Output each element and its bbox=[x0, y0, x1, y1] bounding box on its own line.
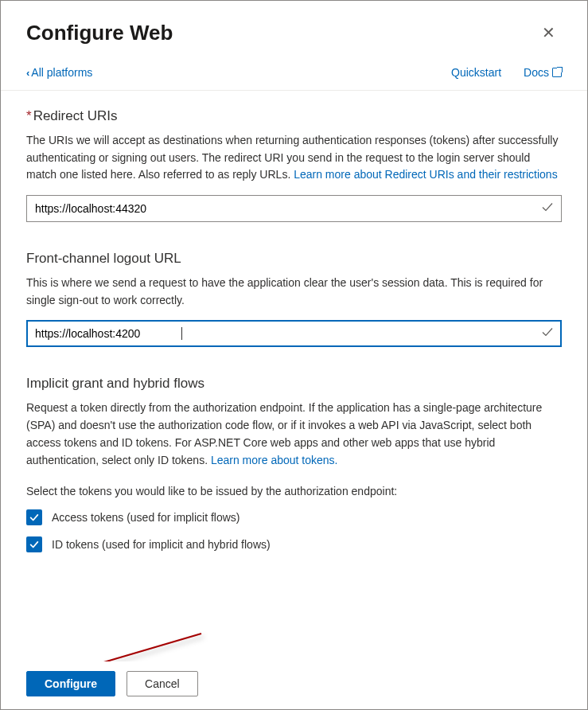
checkbox-checked-icon bbox=[26, 536, 42, 552]
back-link-label: All platforms bbox=[31, 66, 92, 79]
token-select-prompt: Select the tokens you would like to be i… bbox=[26, 483, 562, 500]
text-cursor bbox=[181, 327, 182, 340]
redirect-uris-learn-more-link[interactable]: Learn more about Redirect URIs and their… bbox=[294, 168, 557, 181]
close-icon[interactable]: ✕ bbox=[535, 20, 562, 45]
logout-url-desc: This is where we send a request to have … bbox=[26, 275, 562, 309]
implicit-grant-title: Implicit grant and hybrid flows bbox=[26, 376, 562, 392]
checkbox-checked-icon bbox=[26, 509, 42, 525]
redirect-uri-input[interactable] bbox=[26, 195, 562, 222]
logout-url-section: Front-channel logout URL This is where w… bbox=[26, 251, 562, 347]
access-tokens-checkbox-row[interactable]: Access tokens (used for implicit flows) bbox=[26, 509, 562, 525]
check-icon bbox=[541, 326, 554, 341]
logout-url-input-wrap bbox=[26, 320, 562, 347]
redirect-uris-section: *Redirect URIs The URIs we will accept a… bbox=[26, 108, 562, 222]
logout-url-input[interactable] bbox=[26, 320, 562, 347]
implicit-grant-desc: Request a token directly from the author… bbox=[26, 400, 562, 469]
cancel-button[interactable]: Cancel bbox=[127, 671, 198, 696]
content-area: *Redirect URIs The URIs we will accept a… bbox=[1, 91, 587, 552]
required-asterisk: * bbox=[26, 108, 32, 123]
footer-actions: Configure Cancel bbox=[1, 661, 587, 709]
implicit-grant-section: Implicit grant and hybrid flows Request … bbox=[26, 376, 562, 552]
access-tokens-label: Access tokens (used for implicit flows) bbox=[52, 511, 240, 524]
panel-header: Configure Web ✕ bbox=[1, 1, 587, 61]
docs-link[interactable]: Docs bbox=[524, 66, 562, 79]
nav-right-links: Quickstart Docs bbox=[451, 66, 562, 79]
logout-url-title: Front-channel logout URL bbox=[26, 251, 562, 267]
back-link[interactable]: ‹ All platforms bbox=[26, 66, 92, 79]
nav-row: ‹ All platforms Quickstart Docs bbox=[1, 61, 587, 91]
tokens-learn-more-link[interactable]: Learn more about tokens. bbox=[211, 454, 338, 466]
check-icon bbox=[541, 201, 554, 217]
id-tokens-checkbox-row[interactable]: ID tokens (used for implicit and hybrid … bbox=[26, 536, 562, 552]
configure-button[interactable]: Configure bbox=[26, 671, 115, 696]
external-link-icon bbox=[552, 68, 562, 77]
id-tokens-label: ID tokens (used for implicit and hybrid … bbox=[52, 538, 271, 551]
chevron-left-icon: ‹ bbox=[26, 67, 29, 79]
redirect-uris-desc: The URIs we will accept as destinations … bbox=[26, 132, 562, 184]
quickstart-link[interactable]: Quickstart bbox=[451, 66, 501, 79]
redirect-uri-input-wrap bbox=[26, 195, 562, 222]
panel-title: Configure Web bbox=[26, 21, 173, 45]
redirect-uris-title: *Redirect URIs bbox=[26, 108, 562, 124]
